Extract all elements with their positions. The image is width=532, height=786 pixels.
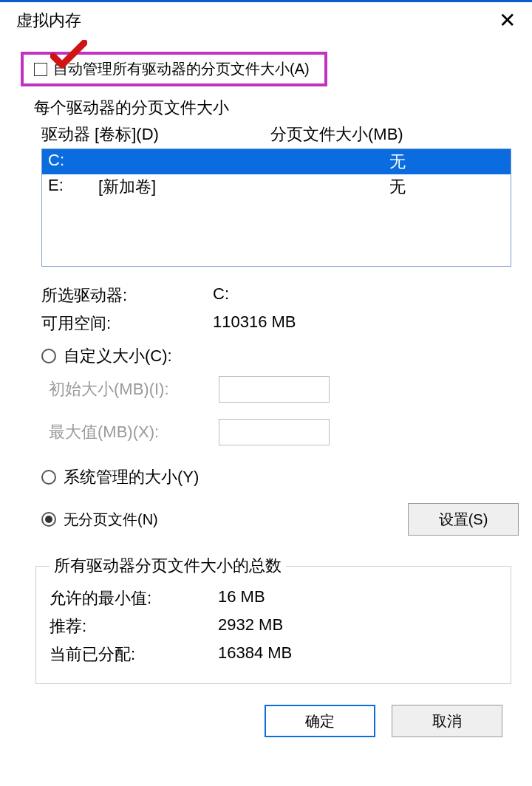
max-size-label: 最大值(MB)(X): bbox=[49, 421, 219, 443]
system-managed-label: 系统管理的大小(Y) bbox=[64, 466, 199, 488]
max-size-input[interactable] bbox=[219, 419, 330, 445]
min-value: 16 MB bbox=[218, 587, 265, 609]
drive-size: 无 bbox=[290, 176, 505, 198]
min-label: 允许的最小值: bbox=[50, 587, 218, 609]
initial-size-input[interactable] bbox=[219, 376, 330, 403]
free-space-label: 可用空间: bbox=[41, 312, 213, 335]
drive-label: [新加卷] bbox=[98, 176, 290, 198]
set-button[interactable]: 设置(S) bbox=[408, 503, 519, 536]
dialog-title: 虚拟内存 bbox=[16, 10, 81, 32]
no-paging-label: 无分页文件(N) bbox=[64, 510, 158, 530]
column-header-size: 分页文件大小(MB) bbox=[270, 123, 403, 146]
rec-value: 2932 MB bbox=[218, 615, 283, 638]
radio-icon[interactable] bbox=[41, 470, 56, 485]
selected-drive-label: 所选驱动器: bbox=[41, 284, 213, 307]
column-header-drive: 驱动器 [卷标](D) bbox=[41, 123, 270, 146]
drive-letter: C: bbox=[48, 151, 98, 173]
drive-row[interactable]: C: 无 bbox=[42, 149, 511, 174]
auto-manage-label: 自动管理所有驱动器的分页文件大小(A) bbox=[53, 59, 310, 79]
auto-manage-checkbox-row[interactable]: 自动管理所有驱动器的分页文件大小(A) bbox=[21, 52, 327, 86]
drive-label bbox=[98, 151, 290, 173]
ok-button[interactable]: 确定 bbox=[265, 705, 375, 737]
no-paging-radio-row[interactable]: 无分页文件(N) bbox=[41, 510, 408, 530]
selected-drive-value: C: bbox=[213, 284, 229, 307]
radio-icon[interactable] bbox=[41, 349, 56, 363]
system-managed-radio-row[interactable]: 系统管理的大小(Y) bbox=[41, 466, 519, 488]
free-space-value: 110316 MB bbox=[213, 312, 296, 335]
cur-value: 16384 MB bbox=[218, 643, 292, 666]
drive-row[interactable]: E: [新加卷] 无 bbox=[42, 174, 511, 199]
auto-manage-checkbox[interactable] bbox=[34, 63, 47, 76]
drive-letter: E: bbox=[48, 176, 98, 198]
cur-label: 当前已分配: bbox=[50, 643, 218, 666]
rec-label: 推荐: bbox=[50, 615, 218, 638]
custom-size-radio-row[interactable]: 自定义大小(C): bbox=[41, 345, 519, 367]
custom-size-label: 自定义大小(C): bbox=[64, 345, 172, 367]
totals-group: 所有驱动器分页文件大小的总数 允许的最小值: 16 MB 推荐: 2932 MB… bbox=[35, 555, 511, 684]
radio-icon[interactable] bbox=[41, 512, 56, 527]
per-drive-heading: 每个驱动器的分页文件大小 bbox=[34, 97, 519, 119]
initial-size-label: 初始大小(MB)(I): bbox=[49, 378, 219, 400]
cancel-button[interactable]: 取消 bbox=[392, 705, 502, 737]
drive-size: 无 bbox=[290, 151, 505, 173]
drive-list[interactable]: C: 无 E: [新加卷] 无 bbox=[41, 148, 511, 267]
totals-legend: 所有驱动器分页文件大小的总数 bbox=[50, 555, 286, 577]
close-icon[interactable]: ✕ bbox=[493, 8, 522, 33]
